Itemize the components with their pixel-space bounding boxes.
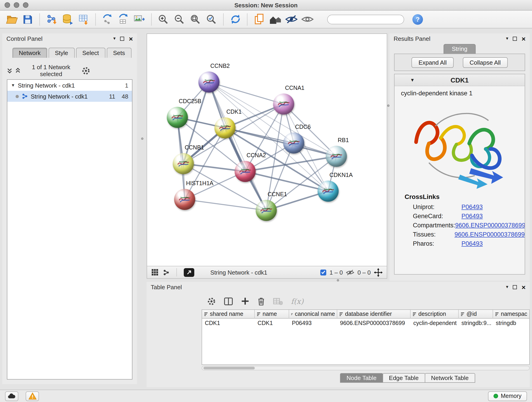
network-node-CCNA2[interactable] (234, 161, 256, 182)
network-node-CDC6[interactable] (283, 133, 304, 153)
close-panel-icon[interactable]: × (521, 283, 526, 290)
network-edge[interactable] (185, 199, 266, 211)
selected-checkbox-icon[interactable] (320, 269, 326, 275)
section-collapse-icon[interactable]: ▼ (410, 77, 415, 83)
float-panel-icon[interactable] (513, 285, 517, 289)
network-node-CDK1[interactable] (215, 117, 235, 138)
crosslink-link[interactable]: P06493 (462, 240, 483, 247)
show-all-eye-icon[interactable] (300, 12, 314, 26)
pan-move-icon[interactable] (374, 268, 383, 277)
hide-selected-eye-icon[interactable] (284, 12, 298, 26)
memory-button[interactable]: Memory (488, 391, 527, 401)
apply-style-refresh-button[interactable] (228, 12, 242, 26)
expand-all-button[interactable]: Expand All (412, 57, 454, 68)
network-node-CCNB1[interactable] (173, 153, 194, 174)
select-columns-icon[interactable] (224, 297, 233, 305)
splitter-handle[interactable] (387, 104, 389, 107)
column-header-name[interactable]: name (255, 310, 289, 319)
add-row-icon[interactable] (241, 297, 249, 305)
network-node-HIST1H1A[interactable] (174, 189, 195, 210)
home-networks-button[interactable] (268, 12, 282, 26)
collapse-all-button[interactable]: Collapse All (463, 57, 508, 68)
column-header-shared-name[interactable]: shared name (202, 310, 255, 319)
open-session-button[interactable] (5, 12, 19, 26)
close-panel-icon[interactable]: × (521, 35, 526, 42)
crosslink-link[interactable]: 9606.ENSP00000378699 (455, 222, 525, 229)
toolbar-search-box[interactable] (327, 14, 404, 24)
crosslink-link[interactable]: P06493 (462, 203, 483, 210)
gear-icon[interactable] (82, 66, 90, 75)
table-row[interactable]: CDK1CDK1P064939606.ENSP00000378699cyclin… (202, 319, 529, 327)
search-input[interactable] (334, 16, 405, 22)
column-header--id[interactable]: @id (459, 310, 493, 319)
network-node-CCNE1[interactable] (256, 200, 277, 221)
network-node-CDKN1A[interactable] (317, 181, 339, 202)
protein-details-box: ▼ CDK1 cyclin-dependent kinase 1 (394, 74, 525, 274)
annotation-copy-button[interactable] (252, 12, 266, 26)
clone-table-button[interactable] (116, 12, 131, 26)
tab-select[interactable]: Select (76, 48, 105, 58)
tab-node-table[interactable]: Node Table (340, 373, 383, 383)
tree-expander-icon[interactable]: ▼ (11, 83, 15, 88)
panel-menu-icon[interactable]: ▾ (113, 36, 115, 41)
cloud-status-button[interactable] (5, 391, 18, 401)
crosslink-link[interactable]: P06493 (462, 212, 483, 219)
import-database-button[interactable] (60, 12, 75, 26)
tab-string[interactable]: String (443, 44, 476, 54)
zoom-in-button[interactable] (156, 12, 171, 26)
float-panel-icon[interactable] (513, 36, 517, 41)
tab-edge-table[interactable]: Edge Table (383, 373, 425, 383)
import-table-button[interactable] (76, 12, 91, 26)
network-selection-row: 1 of 1 Network selected (2, 65, 137, 76)
clone-network-button[interactable] (100, 12, 114, 26)
import-network-button[interactable] (44, 12, 59, 26)
hidden-eye-slash-icon[interactable] (346, 269, 354, 275)
expand-all-icon[interactable] (15, 68, 21, 73)
network-canvas[interactable]: CCNB2CCNA1CDC25BCDK1CDC6RB1CCNB1CCNA2CDK… (147, 34, 387, 266)
column-header-canonical-name[interactable]: canonical name (289, 310, 337, 319)
export-image-button[interactable] (133, 12, 147, 26)
panel-menu-icon[interactable]: ▾ (506, 285, 508, 289)
crosslink-link[interactable]: 9606.ENSP00000378699 (455, 231, 525, 238)
zoom-fit-button[interactable] (188, 12, 203, 26)
delete-trash-icon[interactable] (258, 297, 265, 306)
network-edge[interactable] (209, 82, 266, 211)
gear-icon[interactable] (207, 297, 216, 306)
minimize-window-button[interactable] (14, 2, 19, 8)
column-header-description[interactable]: description (411, 310, 459, 319)
network-edge[interactable] (225, 128, 336, 156)
protein-section-header[interactable]: ▼ CDK1 (394, 74, 525, 86)
table-horizontal-scrollbar[interactable] (202, 366, 530, 370)
tab-network-table[interactable]: Network Table (424, 373, 475, 383)
tab-network[interactable]: Network (12, 48, 47, 58)
help-button[interactable]: ? (412, 14, 423, 25)
panel-menu-icon[interactable]: ▾ (506, 36, 508, 41)
network-node-CCNA1[interactable] (273, 94, 294, 115)
tab-style[interactable]: Style (48, 48, 75, 58)
collapse-all-icon[interactable] (7, 68, 12, 73)
network-edge[interactable] (209, 82, 284, 104)
network-node-CCNB2[interactable] (198, 71, 220, 93)
network-collection-row[interactable]: ▼ String Network - cdk1 1 (7, 80, 132, 91)
column-header-database-identifier[interactable]: database identifier (337, 310, 411, 319)
tab-sets[interactable]: Sets (107, 48, 131, 58)
float-panel-icon[interactable] (120, 36, 124, 41)
network-row-selected[interactable]: String Network - cdk1 11 48 (7, 91, 132, 102)
close-panel-icon[interactable]: × (129, 35, 133, 42)
network-node-RB1[interactable] (326, 146, 347, 167)
network-node-label: CCNA1 (285, 85, 304, 91)
network-grid-icon[interactable] (151, 269, 158, 276)
zoom-out-button[interactable] (172, 12, 186, 26)
share-icon[interactable] (163, 269, 170, 276)
close-window-button[interactable] (5, 2, 10, 8)
zoom-selected-button[interactable] (204, 12, 219, 26)
network-node-CDC25B[interactable] (167, 107, 188, 128)
splitter-handle[interactable] (141, 138, 143, 140)
column-header-namespac[interactable]: namespac (493, 310, 530, 319)
maximize-window-button[interactable] (23, 2, 28, 8)
warnings-button[interactable] (26, 391, 39, 401)
save-session-button[interactable] (21, 12, 35, 26)
scrollbar-thumb[interactable] (203, 367, 255, 370)
splitter-handle[interactable] (337, 279, 339, 281)
open-in-new-window-button[interactable] (184, 268, 194, 277)
